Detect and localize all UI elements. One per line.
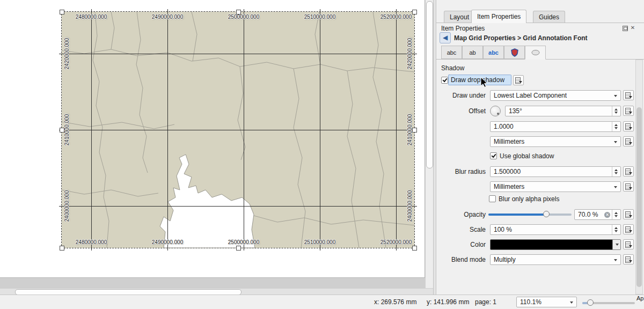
chevron-down-icon bbox=[614, 259, 617, 261]
data-defined-override-button[interactable] bbox=[623, 209, 634, 219]
spin-buttons[interactable] bbox=[612, 210, 620, 219]
shadow-color-button[interactable] bbox=[490, 239, 621, 250]
formatting-icon: ab bbox=[469, 49, 475, 56]
selection-handle[interactable] bbox=[236, 246, 241, 251]
color-label: Color bbox=[440, 239, 486, 250]
color-dropdown[interactable] bbox=[612, 240, 620, 249]
offset-units-combobox[interactable]: Millimeters bbox=[490, 136, 621, 147]
tab-layout[interactable]: Layout bbox=[444, 11, 475, 23]
grid-annotation: 2500000.000 bbox=[228, 14, 259, 20]
use-global-shadow-checkbox[interactable] bbox=[490, 152, 497, 159]
opacity-value: 70.0 % bbox=[578, 211, 598, 218]
chevron-down-icon bbox=[616, 244, 619, 246]
blur-units-value: Millimeters bbox=[494, 183, 524, 190]
scale-spinbox[interactable]: 100 % bbox=[490, 224, 621, 235]
data-defined-override-button[interactable] bbox=[623, 136, 634, 146]
opacity-slider[interactable] bbox=[488, 214, 572, 216]
slider-handle[interactable] bbox=[543, 211, 550, 217]
tab-buffer[interactable]: abc bbox=[483, 46, 504, 59]
scrollbar-thumb[interactable] bbox=[426, 1, 433, 168]
background-shield-icon bbox=[510, 48, 519, 57]
tab-background[interactable] bbox=[504, 46, 525, 59]
cursor-x-readout: x: 269.576 mm bbox=[374, 298, 416, 306]
selection-handle[interactable] bbox=[60, 10, 64, 14]
spin-buttons[interactable] bbox=[612, 225, 620, 234]
tab-guides[interactable]: Guides bbox=[533, 11, 565, 23]
use-global-shadow-label[interactable]: Use global shadow bbox=[500, 152, 554, 160]
zoom-slider[interactable] bbox=[582, 302, 635, 304]
grid-annotation: 2400000.000 bbox=[64, 190, 70, 222]
qgis-layout-window: 2480000.000 2490000.000 2500000.000 2510… bbox=[0, 0, 644, 309]
offset-units-value: Millimeters bbox=[494, 138, 524, 145]
draw-drop-shadow-checkbox[interactable] bbox=[441, 77, 448, 84]
selection-handle[interactable] bbox=[412, 128, 417, 133]
blur-units-combobox[interactable]: Millimeters bbox=[490, 181, 621, 192]
spin-up-icon bbox=[614, 212, 618, 214]
shadow-section-title: Shadow bbox=[441, 64, 464, 72]
selection-handle[interactable] bbox=[236, 10, 241, 14]
blur-radius-spinbox[interactable]: 1.500000 bbox=[490, 166, 621, 177]
spin-up-icon bbox=[614, 227, 618, 229]
spin-down-icon bbox=[614, 172, 618, 174]
scrollbar-thumb[interactable] bbox=[636, 107, 642, 287]
grid-annotation: 2480000.000 bbox=[76, 239, 107, 245]
tab-item-properties[interactable]: Item Properties bbox=[471, 10, 526, 23]
undock-inner bbox=[624, 27, 627, 30]
slider-handle[interactable] bbox=[587, 299, 594, 306]
chevron-down-icon bbox=[614, 186, 617, 188]
map-render bbox=[62, 12, 414, 248]
tab-text-format[interactable]: abc bbox=[441, 46, 462, 59]
blur-radius-label: Blur radius bbox=[440, 166, 486, 177]
data-defined-override-button[interactable] bbox=[623, 106, 634, 116]
truncated-corner-text: Ap bbox=[636, 295, 643, 301]
cursor-y-readout: y: 141.996 mm bbox=[427, 298, 469, 306]
spin-buttons[interactable] bbox=[612, 122, 620, 131]
selection-handle[interactable] bbox=[60, 246, 64, 251]
selection-handle[interactable] bbox=[60, 128, 64, 133]
blur-alpha-label[interactable]: Blur only alpha pixels bbox=[499, 195, 559, 203]
blur-alpha-checkbox[interactable] bbox=[489, 195, 496, 202]
canvas-vertical-scrollbar[interactable] bbox=[426, 0, 433, 288]
draw-drop-shadow-label[interactable]: Draw drop shadow bbox=[448, 75, 511, 85]
layout-page[interactable]: 2480000.000 2490000.000 2500000.000 2510… bbox=[0, 0, 425, 278]
data-defined-override-button[interactable] bbox=[623, 239, 634, 249]
selection-handle[interactable] bbox=[412, 10, 417, 14]
data-defined-override-button[interactable] bbox=[513, 75, 524, 85]
dropdown-arrow-icon bbox=[629, 260, 632, 262]
grid-annotation: 2500000.000 bbox=[228, 239, 259, 245]
data-defined-override-button[interactable] bbox=[623, 166, 634, 176]
offset-angle-dial[interactable] bbox=[490, 106, 501, 116]
draw-under-combobox[interactable]: Lowest Label Component bbox=[490, 90, 621, 101]
dropdown-arrow-icon bbox=[629, 215, 632, 217]
zoom-combobox[interactable]: 110.1% bbox=[516, 297, 577, 307]
blur-radius-value: 1.500000 bbox=[494, 168, 521, 175]
back-button[interactable]: ◀ bbox=[440, 32, 451, 43]
offset-angle-value: 135° bbox=[509, 107, 522, 115]
data-defined-override-button[interactable] bbox=[623, 254, 634, 264]
close-panel-icon[interactable]: ✕ bbox=[630, 25, 636, 31]
offset-angle-spinbox[interactable]: 135° bbox=[505, 106, 621, 116]
map-item[interactable]: 2480000.000 2490000.000 2500000.000 2510… bbox=[62, 12, 414, 248]
blend-mode-combobox[interactable]: Multiply bbox=[490, 254, 621, 265]
data-defined-override-button[interactable] bbox=[623, 181, 634, 192]
spin-buttons[interactable] bbox=[612, 167, 620, 176]
offset-distance-value: 1.0000 bbox=[494, 123, 514, 130]
data-defined-override-button[interactable] bbox=[623, 224, 634, 234]
data-defined-override-button[interactable] bbox=[623, 121, 634, 131]
opacity-spinbox[interactable]: 70.0 % ✕ bbox=[574, 209, 621, 220]
undock-panel-icon[interactable] bbox=[623, 26, 628, 31]
tab-formatting[interactable]: ab bbox=[462, 46, 483, 59]
offset-distance-spinbox[interactable]: 1.0000 bbox=[490, 121, 621, 132]
layout-canvas[interactable]: 2480000.000 2490000.000 2500000.000 2510… bbox=[0, 0, 433, 288]
selection-handle[interactable] bbox=[412, 246, 417, 251]
draw-under-label: Draw under bbox=[440, 90, 486, 101]
spin-up-icon bbox=[614, 169, 618, 171]
panel-vertical-scrollbar[interactable] bbox=[635, 60, 643, 295]
spin-buttons[interactable] bbox=[612, 106, 620, 116]
clear-value-icon[interactable]: ✕ bbox=[604, 212, 610, 218]
data-defined-override-button[interactable] bbox=[623, 90, 634, 100]
grid-annotation: 2420000.000 bbox=[64, 38, 70, 69]
tab-shadow[interactable] bbox=[525, 46, 546, 60]
item-properties-panel: Layout Item Properties Guides Item Prope… bbox=[436, 0, 644, 295]
dropdown-arrow-icon bbox=[629, 172, 632, 174]
